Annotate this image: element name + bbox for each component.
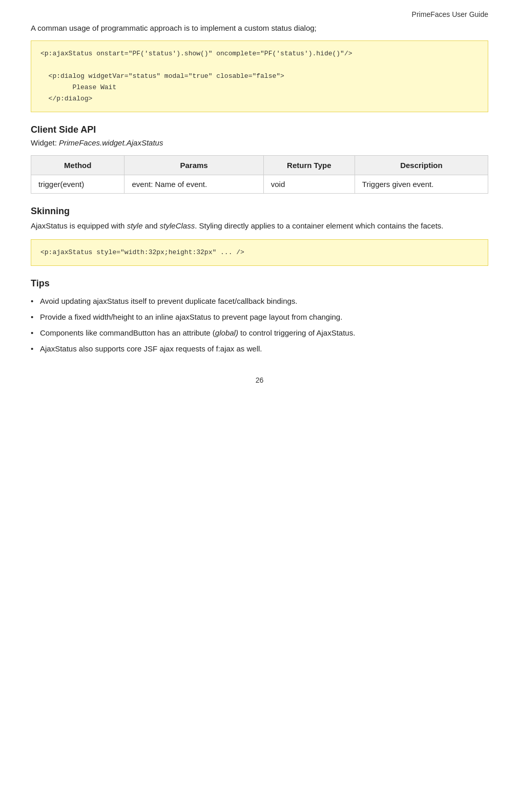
intro-text: A comman usage of programmatic approach …	[31, 23, 488, 34]
col-params: Params	[124, 155, 263, 175]
tip-1-text: Avoid updating ajaxStatus itself to prev…	[40, 297, 298, 305]
tips-list: Avoid updating ajaxStatus itself to prev…	[31, 294, 488, 356]
skinning-title: Skinning	[31, 206, 488, 217]
skinning-text: AjaxStatus is equipped with style and st…	[31, 220, 488, 232]
widget-label: Widget:	[31, 138, 59, 147]
page-header: PrimeFaces User Guide	[31, 10, 488, 23]
page-container: PrimeFaces User Guide A comman usage of …	[0, 0, 519, 415]
table-cell-return_type: void	[263, 175, 355, 193]
tip-4-text: AjaxStatus also supports core JSF ajax r…	[40, 344, 262, 353]
skinning-text-part3: . Styling directly applies to a containe…	[195, 221, 443, 230]
code-block-2: <p:ajaxStatus style="width:32px;height:3…	[31, 239, 488, 266]
table-cell-params: event: Name of event.	[124, 175, 263, 193]
table-header-row: Method Params Return Type Description	[31, 155, 488, 175]
tip-1: Avoid updating ajaxStatus itself to prev…	[31, 294, 488, 308]
tip-3-italic: global)	[215, 328, 238, 337]
page-number: 26	[31, 376, 488, 384]
col-return-type: Return Type	[263, 155, 355, 175]
tip-2-text: Provide a fixed width/height to an inlin…	[40, 313, 342, 321]
page-header-title: PrimeFaces User Guide	[412, 10, 488, 18]
skinning-style-italic: style	[127, 221, 143, 230]
code-block-1: <p:ajaxStatus onstart="PF('status').show…	[31, 40, 488, 112]
tip-2: Provide a fixed width/height to an inlin…	[31, 310, 488, 324]
table-cell-description: Triggers given event.	[355, 175, 488, 193]
tip-4: AjaxStatus also supports core JSF ajax r…	[31, 342, 488, 356]
widget-line: Widget: PrimeFaces.widget.AjaxStatus	[31, 138, 488, 147]
tip-3: Components like commandButton has an att…	[31, 326, 488, 340]
client-side-api-title: Client Side API	[31, 124, 488, 135]
skinning-text-part2: and	[142, 221, 159, 230]
widget-name: PrimeFaces.widget.AjaxStatus	[59, 138, 163, 147]
skinning-styleclass-italic: styleClass	[160, 221, 195, 230]
table-cell-method: trigger(event)	[31, 175, 124, 193]
tips-title: Tips	[31, 278, 488, 289]
col-method: Method	[31, 155, 124, 175]
col-description: Description	[355, 155, 488, 175]
table-row: trigger(event)event: Name of event.voidT…	[31, 175, 488, 193]
api-table: Method Params Return Type Description tr…	[31, 155, 488, 194]
tip-3-text: Components like commandButton has an att…	[40, 328, 355, 337]
skinning-text-part1: AjaxStatus is equipped with	[31, 221, 127, 230]
